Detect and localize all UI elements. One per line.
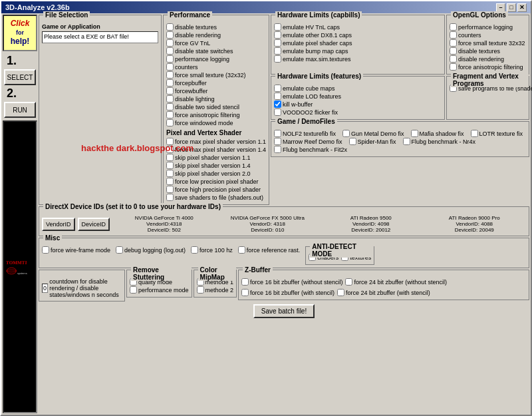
perf-cb-8[interactable] — [166, 87, 174, 95]
ogl-4: disable rendering — [450, 55, 526, 63]
zb-cb-2[interactable] — [241, 289, 249, 296]
step2-label: 2. — [4, 87, 17, 101]
hw-caps-2: emulate pixel shader caps — [274, 39, 442, 47]
device-id-button[interactable]: DeviceID — [78, 218, 110, 231]
file-selection-inner: Game or Application Please select a EXE … — [42, 23, 158, 43]
misc-cb-0[interactable] — [42, 246, 49, 254]
zb-2: force 16 bit zbuffer (with stencil) — [241, 289, 334, 296]
pv-cb-7[interactable] — [166, 194, 174, 201]
perf-cb-6[interactable] — [166, 71, 174, 79]
title-bar-buttons: – □ ✕ — [496, 3, 527, 12]
hw-feat-0: emulate cube maps — [274, 85, 442, 92]
perf-cb-12[interactable] — [166, 119, 174, 126]
hw-caps-cb-1[interactable] — [274, 31, 281, 39]
perf-item-5: counters — [166, 63, 266, 71]
vendor-id-button[interactable]: VendorID — [42, 218, 75, 231]
perf-cb-2[interactable] — [166, 39, 174, 47]
gd-cb-1[interactable] — [342, 130, 350, 137]
gd-0: NOLF2 texturefib fix — [274, 130, 336, 137]
zb-cb-0[interactable] — [241, 278, 249, 286]
perf-item-6: force small texture (32x32) — [166, 71, 266, 79]
misc-cb-3[interactable] — [238, 246, 245, 254]
colormip-cb-1[interactable] — [197, 286, 204, 294]
ogl-cb-4[interactable] — [450, 55, 457, 63]
perf-cb-10[interactable] — [166, 103, 174, 110]
zb-cb-1[interactable] — [345, 278, 352, 286]
zb-0: force 16 bit zbuffer (without stencil) — [241, 278, 342, 286]
game-app-label: Game or Application — [42, 23, 158, 30]
click-label: Click — [5, 19, 35, 29]
perf-cb-7[interactable] — [166, 79, 174, 87]
directx-devices-title: DirectX Device IDs (set it to 0 to use y… — [43, 203, 223, 210]
hw-feat-cb-2[interactable] — [274, 101, 281, 108]
ogl-cb-1[interactable] — [450, 31, 457, 39]
zbuffer-items: force 16 bit zbuffer (without stencil) f… — [241, 278, 526, 297]
right-columns: Hardware Limits (capbills) emulate HV Tn… — [271, 15, 529, 205]
misc-cb-2[interactable] — [191, 246, 198, 254]
ogl-3: disable textures — [450, 47, 526, 55]
perf-cb-5[interactable] — [166, 63, 174, 71]
select-button[interactable]: SELECT — [4, 69, 36, 85]
hw-feat-cb-0[interactable] — [274, 85, 281, 92]
pv-cb-5[interactable] — [166, 178, 174, 185]
anti-detect-group: ANTI-DETECT MODE chaoers textures — [305, 246, 374, 265]
pv-cb-2[interactable] — [166, 154, 174, 161]
device-id-2: DeviceID: 20012 — [319, 227, 422, 233]
minimize-button[interactable]: – — [496, 3, 505, 12]
misc-1: debug logging (log.out) — [116, 246, 186, 254]
stutter-cb-1[interactable] — [130, 286, 137, 294]
performance-items: disable textures disable rendering force… — [166, 23, 266, 126]
misc-cb-1[interactable] — [116, 246, 123, 254]
perf-cb-9[interactable] — [166, 95, 174, 103]
save-batch-button[interactable]: Save batch file! — [253, 304, 315, 318]
ogl-cb-5[interactable] — [450, 63, 457, 71]
perf-cb-1[interactable] — [166, 31, 174, 39]
misc-inner: force wire-frame mode debug logging (log… — [42, 246, 526, 265]
pv-cb-3[interactable] — [166, 162, 174, 169]
maximize-button[interactable]: □ — [507, 3, 516, 12]
ogl-cb-3[interactable] — [450, 47, 457, 55]
close-button[interactable]: ✕ — [517, 3, 527, 12]
hw-caps-1: emulate other DX8.1 caps — [274, 31, 442, 39]
game-demo-group: Game / DemoFiles NOLF2 texturefib fix Gu… — [271, 121, 529, 157]
device-name-3: ATI Radeon 9000 Pro — [423, 215, 526, 221]
run-button[interactable]: RUN — [4, 102, 36, 118]
watermark-text: hackthe dark.blogspot.com — [81, 143, 194, 153]
zbuffer-title: Z-Buffer — [243, 266, 273, 274]
step2-row: 2. — [4, 87, 36, 101]
gd-cb-2[interactable] — [411, 130, 418, 137]
device-id-1: DeviceID: 010 — [216, 227, 319, 233]
right-mid: Hardware Limits (features) emulate cube … — [271, 76, 529, 120]
gd-cb-4[interactable] — [274, 138, 281, 145]
logo-svg: TOMMTI systems — [4, 122, 36, 412]
perf-cb-11[interactable] — [166, 111, 174, 118]
ogl-cb-0[interactable] — [450, 23, 457, 31]
perf-item-11: force anisotropic filtering — [166, 111, 266, 118]
hw-feat-cb-1[interactable] — [274, 93, 281, 100]
step1-row: 1. — [4, 54, 36, 68]
zb-cb-3[interactable] — [337, 289, 344, 296]
perf-cb-3[interactable] — [166, 47, 174, 55]
hw-caps-cb-3[interactable] — [274, 47, 281, 55]
ogl-cb-2[interactable] — [450, 39, 457, 47]
gd-cb-5[interactable] — [349, 138, 356, 145]
pv-cb-6[interactable] — [166, 186, 174, 193]
left-panel: Click for help! 1. SELECT 2. RUN T — [3, 15, 37, 413]
pv-cb-4[interactable] — [166, 170, 174, 177]
directx-devices-group: DirectX Device IDs (set it to 0 to use y… — [39, 206, 529, 236]
device-vendor-1: VendorD: 4318 — [216, 221, 319, 227]
hw-caps-cb-0[interactable] — [274, 23, 281, 31]
svg-text:TOMMTI: TOMMTI — [6, 260, 27, 266]
click-for-help[interactable]: Click for help! — [3, 15, 37, 51]
gd-cb-7[interactable] — [274, 146, 281, 153]
hw-feat-cb-3[interactable] — [274, 108, 281, 116]
gd-cb-0[interactable] — [274, 130, 281, 137]
perf-item-8: forcewbuffer — [166, 87, 266, 95]
hw-caps-cb-4[interactable] — [274, 55, 281, 63]
perf-cb-0[interactable] — [166, 23, 174, 31]
hw-caps-cb-2[interactable] — [274, 39, 281, 47]
file-placeholder: Please select a EXE or BAT file! — [44, 33, 129, 40]
perf-cb-4[interactable] — [166, 55, 174, 63]
gd-cb-6[interactable] — [403, 138, 410, 145]
gd-cb-3[interactable] — [471, 130, 478, 137]
